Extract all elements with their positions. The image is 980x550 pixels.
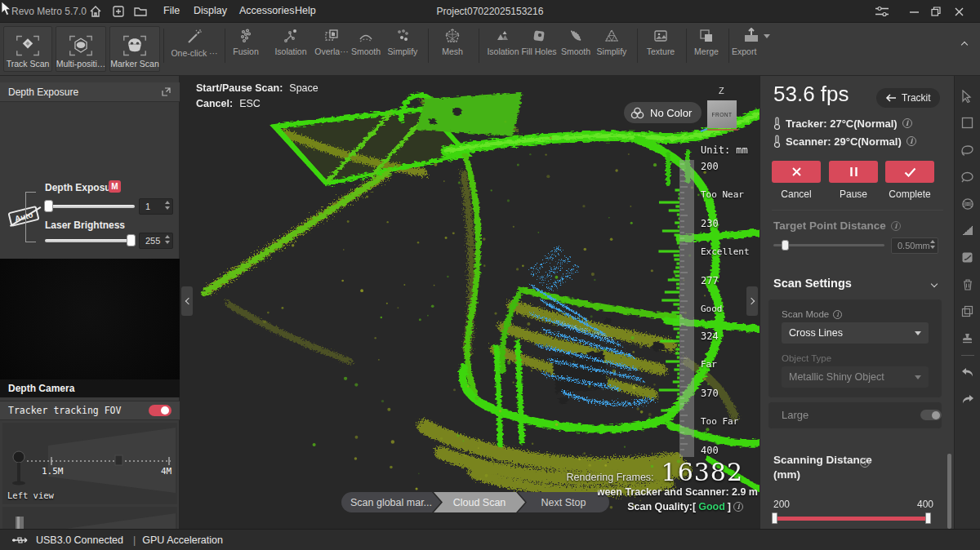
settings-sliders-icon[interactable] <box>875 6 889 17</box>
right-panel-collapse-handle[interactable] <box>746 286 758 316</box>
delete-tool[interactable] <box>955 271 980 298</box>
laser-spinner[interactable] <box>165 235 170 244</box>
scale-label-excellent: Excellent <box>701 246 750 257</box>
scan-settings-title: Scan Settings <box>773 277 852 290</box>
cursor-tool[interactable] <box>955 82 980 109</box>
scan-viewport[interactable]: Unit: mm 200 Too Near 230 Excellent 277 … <box>180 76 760 529</box>
lasso-select-tool[interactable] <box>955 136 980 163</box>
scanner-temp-info-icon[interactable]: i <box>906 136 916 146</box>
stamp-tool[interactable] <box>955 325 980 352</box>
cancel-scan-button[interactable] <box>772 161 821 183</box>
laser-slider[interactable] <box>45 239 135 242</box>
export-caret-icon <box>764 34 770 38</box>
scan-mode-caret-icon <box>915 331 921 335</box>
duplicate-tool[interactable] <box>955 298 980 325</box>
scanning-distance-range-slider[interactable] <box>773 517 930 521</box>
exposure-spinner[interactable] <box>165 201 170 210</box>
restore-button[interactable] <box>925 3 947 20</box>
multi-position-scan-button[interactable]: Multi-positi… <box>56 26 106 72</box>
merge-label: Merge <box>694 47 719 56</box>
marker-scan-button[interactable]: Marker Scan <box>109 26 160 72</box>
scan-quality-close: ] <box>728 501 731 512</box>
target-point-distance-value-box[interactable]: 0.50mm <box>891 237 938 254</box>
tracker-temp-info-icon[interactable]: i <box>902 118 912 128</box>
no-color-button[interactable]: No Color <box>624 102 702 123</box>
hint-cancel-value: ESC <box>239 98 261 109</box>
one-click-button[interactable]: One-click ··· <box>167 28 222 58</box>
step-cloud-scan[interactable]: Cloud Scan <box>434 492 525 512</box>
minimize-button[interactable] <box>903 3 924 20</box>
object-type-select[interactable]: Metallic Shiny Object <box>782 366 929 388</box>
hint-start-pause-key: Start/Pause Scan: <box>196 82 283 94</box>
sphere-select-tool[interactable] <box>955 190 980 217</box>
exposure-slider[interactable] <box>45 205 135 208</box>
track-scan-label: Track Scan <box>7 59 50 69</box>
target-point-distance-slider[interactable] <box>773 244 884 246</box>
scale-unit-label: Unit: mm <box>701 144 748 156</box>
laser-value-box[interactable]: 255 <box>139 233 173 249</box>
view-cube[interactable]: FRONT <box>707 100 737 128</box>
step-scan-global-markers[interactable]: Scan global mar... <box>341 492 441 512</box>
app-window: Revo Metro 5.7.0 File Display Accessorie… <box>0 0 980 550</box>
redo-tool[interactable] <box>955 386 980 413</box>
popout-icon[interactable] <box>161 86 172 97</box>
invert-select-tool[interactable] <box>955 244 980 271</box>
target-point-distance-spinner[interactable] <box>930 240 935 249</box>
left-panel-collapse-handle[interactable] <box>181 286 193 316</box>
scan-settings-collapse-icon[interactable] <box>931 281 938 287</box>
mesh-smooth-button[interactable]: Smooth <box>557 28 595 56</box>
magic-wand-icon <box>185 28 203 46</box>
fusion-button[interactable]: Fusion <box>227 28 265 56</box>
pc-smooth-button[interactable]: Smooth <box>348 28 384 56</box>
tracker-fov-toggle[interactable] <box>149 405 172 416</box>
large-toggle[interactable] <box>920 410 942 420</box>
close-button[interactable] <box>948 3 969 20</box>
laser-slider-handle[interactable] <box>127 234 136 246</box>
scan-mode-info-icon[interactable]: i <box>833 310 842 319</box>
tracker-fov-header: Tracker tracking FOV <box>0 401 180 420</box>
fill-holes-button[interactable]: Fill Holes <box>518 28 560 56</box>
scanning-distance-title: Scanning Distance (mm) <box>773 453 872 482</box>
marker-scan-icon <box>122 34 147 57</box>
ellipse-select-tool[interactable] <box>955 163 980 190</box>
complete-scan-button[interactable] <box>885 161 934 183</box>
target-point-distance-info-icon[interactable]: i <box>891 221 901 231</box>
track-scan-button[interactable]: Track Scan <box>3 26 52 72</box>
exposure-value-box[interactable]: 1 <box>139 198 173 215</box>
mesh-simplify-button[interactable]: Simplify <box>593 28 630 56</box>
scanning-distance-info-icon[interactable]: i <box>860 458 870 468</box>
project-name: Project07022025153216 <box>0 6 980 17</box>
step-next-stop[interactable]: Next Stop <box>518 492 609 512</box>
pause-scan-button[interactable] <box>829 161 878 183</box>
plane-select-tool[interactable] <box>955 217 980 244</box>
tracker-temp-row: Tracker: 27°C(Normal) i <box>773 117 912 130</box>
manual-badge: M <box>109 180 121 193</box>
scan-mode-label-row: Scan Mode i <box>782 309 842 319</box>
pc-simplify-label: Simplify <box>388 47 418 56</box>
mesh-button[interactable]: Mesh <box>433 28 472 56</box>
undo-tool[interactable] <box>955 359 980 386</box>
mouse-cursor <box>1 1 13 17</box>
right-panel-scrollbar[interactable] <box>947 454 951 529</box>
toolbar-collapse-button[interactable] <box>962 36 967 51</box>
exposure-slider-handle[interactable] <box>44 200 53 212</box>
multi-position-scan-icon <box>69 34 93 57</box>
rectangle-select-tool[interactable] <box>955 109 980 136</box>
scale-label-good: Good <box>701 304 723 314</box>
range-handle-min[interactable] <box>772 512 777 524</box>
export-button[interactable]: Export <box>732 28 781 56</box>
texture-button[interactable]: Texture <box>639 28 683 56</box>
trackit-button[interactable]: Trackit <box>876 88 940 108</box>
merge-button[interactable]: Merge <box>688 28 725 56</box>
pc-isolation-button[interactable]: Isolation <box>270 28 312 56</box>
target-point-distance-handle[interactable] <box>782 240 789 251</box>
scan-mode-select[interactable]: Cross Lines <box>782 322 929 344</box>
range-handle-max[interactable] <box>925 512 931 524</box>
rendering-frames: Rendering Frames: 16382 <box>567 458 743 486</box>
cancel-label: Cancel <box>772 189 821 200</box>
pc-simplify-button[interactable]: Simplify <box>384 28 421 56</box>
overlap-button[interactable]: Overla··· <box>312 28 351 56</box>
hint-cancel-key: Cancel: <box>196 98 233 109</box>
scale-label-far: Far <box>701 359 717 370</box>
scan-quality-info-icon[interactable]: i <box>733 502 743 512</box>
